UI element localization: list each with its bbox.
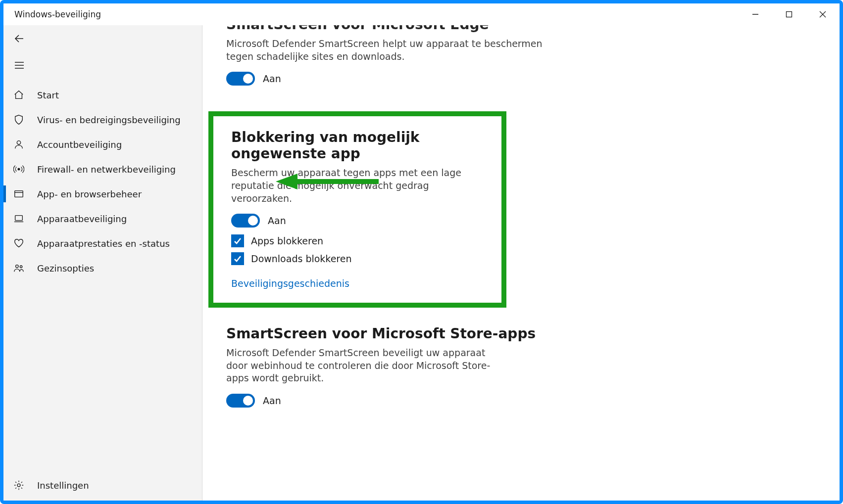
person-icon [12, 138, 25, 151]
toggle-row-pua: Aan [231, 214, 488, 228]
sidebar-item-account[interactable]: Accountbeveiliging [3, 132, 202, 157]
highlight-annotation-box: Blokkering van mogelijk ongewenste app B… [208, 111, 506, 308]
checkbox-row-downloads: Downloads blokkeren [231, 252, 488, 265]
svg-rect-1 [787, 12, 792, 17]
section-desc-store: Microsoft Defender SmartScreen beveiligt… [226, 347, 503, 385]
sidebar-item-label: Firewall- en netwerkbeveiliging [37, 164, 176, 175]
sidebar-item-virus[interactable]: Virus- en bedreigingsbeveiliging [3, 107, 202, 132]
sidebar-item-label: Apparaatbeveiliging [37, 214, 127, 224]
section-heading-edge: SmartScreen voor Microsoft Edge [226, 25, 553, 33]
section-heading-pua: Blokkering van mogelijk ongewenste app [231, 129, 488, 162]
toggle-label-pua: Aan [268, 215, 286, 226]
sidebar-bottom: Instellingen [3, 473, 202, 501]
svg-point-14 [16, 265, 18, 268]
section-desc-edge: Microsoft Defender SmartScreen helpt uw … [226, 38, 553, 63]
sidebar-item-label: Start [37, 90, 59, 100]
shield-icon [12, 113, 25, 126]
sidebar-items: Start Virus- en bedreigingsbeveiliging A… [3, 83, 202, 280]
sidebar-item-label: Virus- en bedreigingsbeveiliging [37, 115, 181, 125]
sidebar-item-family[interactable]: Gezinsopties [3, 256, 202, 280]
toggle-edge[interactable] [226, 72, 255, 86]
section-store: SmartScreen voor Microsoft Store-apps Mi… [226, 325, 553, 408]
checkbox-apps[interactable] [231, 234, 244, 247]
laptop-icon [12, 212, 25, 225]
minimize-button[interactable] [739, 3, 772, 25]
sidebar-item-home[interactable]: Start [3, 83, 202, 107]
window-controls [739, 3, 840, 25]
toggle-pua[interactable] [231, 214, 260, 228]
link-security-history[interactable]: Beveiligingsgeschiedenis [231, 278, 349, 289]
home-icon [12, 89, 25, 101]
sidebar-item-label: Apparaatprestaties en -status [37, 238, 170, 249]
svg-point-16 [17, 484, 20, 487]
sidebar-item-label: Instellingen [37, 480, 89, 491]
sidebar: Start Virus- en bedreigingsbeveiliging A… [3, 25, 202, 501]
section-heading-store: SmartScreen voor Microsoft Store-apps [226, 325, 553, 342]
sidebar-item-label: App- en browserbeheer [37, 189, 142, 199]
sidebar-item-device[interactable]: Apparaatbeveiliging [3, 206, 202, 231]
family-icon [12, 262, 25, 275]
sidebar-top-controls [3, 25, 202, 79]
sidebar-item-app-browser[interactable]: App- en browserbeheer [3, 182, 202, 206]
maximize-button[interactable] [772, 3, 806, 25]
checkbox-row-apps: Apps blokkeren [231, 234, 488, 247]
toggle-label-store: Aan [263, 395, 281, 406]
sidebar-item-firewall[interactable]: Firewall- en netwerkbeveiliging [3, 157, 202, 182]
svg-point-9 [18, 168, 20, 170]
svg-point-15 [20, 266, 22, 268]
sidebar-item-label: Gezinsopties [37, 263, 94, 274]
toggle-row-store: Aan [226, 394, 553, 408]
svg-rect-10 [15, 191, 23, 197]
checkbox-label-apps: Apps blokkeren [251, 235, 323, 246]
checkbox-label-downloads: Downloads blokkeren [251, 253, 352, 264]
toggle-label-edge: Aan [263, 73, 281, 84]
gear-icon [12, 479, 25, 492]
section-desc-pua: Bescherm uw apparaat tegen apps met een … [231, 167, 488, 205]
titlebar: Windows-beveiliging [3, 3, 840, 25]
hamburger-button[interactable] [3, 52, 35, 79]
svg-point-8 [17, 141, 20, 144]
svg-rect-12 [15, 216, 23, 221]
content-inner: SmartScreen voor Microsoft Edge Microsof… [226, 25, 553, 408]
window-body: Start Virus- en bedreigingsbeveiliging A… [3, 25, 840, 501]
heart-icon [12, 237, 25, 250]
antenna-icon [12, 163, 25, 176]
close-button[interactable] [806, 3, 840, 25]
toggle-row-edge: Aan [226, 72, 553, 86]
checkbox-downloads[interactable] [231, 252, 244, 265]
window-frame: Windows-beveiliging [0, 0, 843, 504]
back-button[interactable] [3, 25, 35, 52]
window-title: Windows-beveiliging [14, 9, 101, 19]
browser-icon [12, 187, 25, 200]
sidebar-item-health[interactable]: Apparaatprestaties en -status [3, 231, 202, 256]
content-pane: SmartScreen voor Microsoft Edge Microsof… [202, 25, 840, 501]
toggle-store[interactable] [226, 394, 255, 408]
sidebar-item-settings[interactable]: Instellingen [3, 473, 202, 498]
sidebar-item-label: Accountbeveiliging [37, 139, 122, 150]
